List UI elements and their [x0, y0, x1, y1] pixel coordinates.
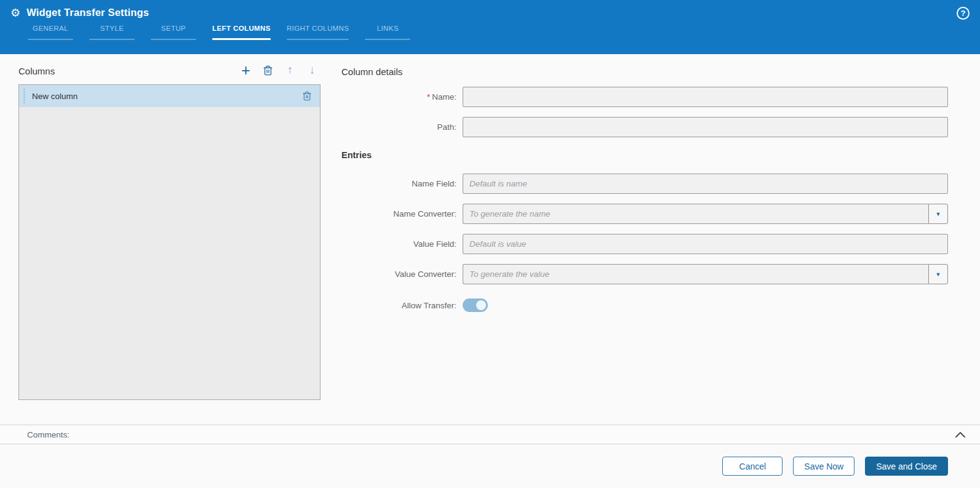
save-now-button[interactable]: Save Now [793, 457, 855, 476]
path-label: Path: [341, 122, 463, 132]
tab-right-columns-underline [287, 39, 349, 40]
name-converter-label: Name Converter: [341, 209, 463, 218]
name-converter-combo: ▼ [463, 204, 948, 224]
tab-links[interactable]: LINKS [365, 25, 410, 40]
name-label: *Name: [341, 92, 463, 102]
columns-toolbar: + ↑ ↓ [239, 63, 321, 78]
column-details-panel: Column details *Name: Path: Entries Name… [341, 64, 948, 322]
trash-icon [263, 65, 273, 76]
name-converter-dropdown-button[interactable]: ▼ [928, 204, 948, 224]
tab-left-columns[interactable]: LEFT COLUMNS [212, 25, 271, 40]
comments-bar: Comments: [0, 425, 980, 444]
caret-down-icon: ▼ [936, 271, 941, 278]
name-field-input[interactable] [463, 174, 948, 194]
allow-transfer-toggle[interactable] [463, 298, 488, 312]
trash-icon [302, 90, 312, 102]
value-converter-combo: ▼ [463, 264, 948, 284]
value-converter-input[interactable] [463, 264, 928, 284]
dialog-header: ⚙ Widget Transfer Settings ? GENERAL STY… [0, 0, 980, 54]
gear-icon: ⚙ [10, 7, 20, 18]
arrow-up-icon: ↑ [287, 63, 293, 77]
drag-handle-icon[interactable] [23, 89, 25, 103]
delete-column-button[interactable] [261, 63, 274, 78]
name-row: *Name: [341, 87, 948, 107]
tab-left-columns-label: LEFT COLUMNS [212, 25, 271, 32]
chevron-up-icon [955, 432, 965, 438]
plus-icon: + [241, 63, 250, 77]
title-row: ⚙ Widget Transfer Settings [0, 0, 980, 18]
window-title: Widget Transfer Settings [26, 7, 149, 18]
value-converter-label: Value Converter: [341, 270, 463, 279]
entries-title: Entries [341, 150, 948, 160]
tab-general-label: GENERAL [33, 25, 68, 32]
tab-links-underline [365, 39, 410, 40]
value-field-label: Value Field: [341, 239, 463, 249]
tab-setup-label: SETUP [161, 25, 186, 32]
column-details-title: Column details [341, 66, 948, 77]
comments-expand-button[interactable] [953, 430, 968, 440]
tab-setup-underline [151, 39, 196, 40]
required-asterisk: * [427, 92, 430, 102]
tab-general-underline [28, 39, 73, 40]
toggle-knob [476, 300, 486, 310]
name-converter-input[interactable] [463, 204, 928, 224]
allow-transfer-label: Allow Transfer: [341, 301, 463, 310]
value-field-row: Value Field: [341, 234, 948, 254]
arrow-down-icon: ↓ [309, 63, 316, 77]
tab-right-columns-label: RIGHT COLUMNS [287, 25, 349, 32]
tab-style-label: STYLE [100, 25, 124, 32]
save-and-close-button[interactable]: Save and Close [865, 457, 948, 476]
tab-general[interactable]: GENERAL [28, 25, 73, 40]
list-item-label: New column [32, 92, 302, 101]
move-up-button[interactable]: ↑ [284, 63, 297, 78]
value-field-input[interactable] [463, 234, 948, 254]
name-input[interactable] [463, 87, 948, 107]
columns-panel: Columns + ↑ ↓ New column [18, 63, 321, 400]
value-converter-row: Value Converter: ▼ [341, 264, 948, 284]
path-input[interactable] [463, 117, 948, 137]
allow-transfer-row: Allow Transfer: [341, 298, 948, 312]
tab-style[interactable]: STYLE [89, 25, 135, 40]
path-row: Path: [341, 117, 948, 137]
caret-down-icon: ▼ [936, 211, 941, 217]
add-column-button[interactable]: + [239, 63, 252, 78]
name-converter-row: Name Converter: ▼ [341, 204, 948, 224]
columns-list: New column [18, 84, 321, 400]
cancel-button[interactable]: Cancel [722, 457, 783, 476]
move-down-button[interactable]: ↓ [306, 63, 319, 78]
tab-style-underline [89, 39, 135, 40]
list-item-new-column[interactable]: New column [19, 85, 320, 107]
tab-bar: GENERAL STYLE SETUP LEFT COLUMNS RIGHT C… [28, 25, 980, 40]
help-icon[interactable]: ? [957, 7, 970, 20]
row-delete-button[interactable] [302, 90, 312, 102]
footer: Cancel Save Now Save and Close [0, 444, 980, 488]
tab-setup[interactable]: SETUP [151, 25, 196, 40]
name-field-row: Name Field: [341, 174, 948, 194]
comments-label: Comments: [27, 430, 953, 439]
value-converter-dropdown-button[interactable]: ▼ [928, 264, 948, 284]
name-field-label: Name Field: [341, 179, 463, 188]
columns-header: Columns + ↑ ↓ [18, 63, 321, 78]
tab-right-columns[interactable]: RIGHT COLUMNS [287, 25, 349, 40]
tab-links-label: LINKS [377, 25, 399, 32]
columns-panel-title: Columns [18, 66, 55, 78]
tab-left-columns-underline [212, 38, 271, 40]
